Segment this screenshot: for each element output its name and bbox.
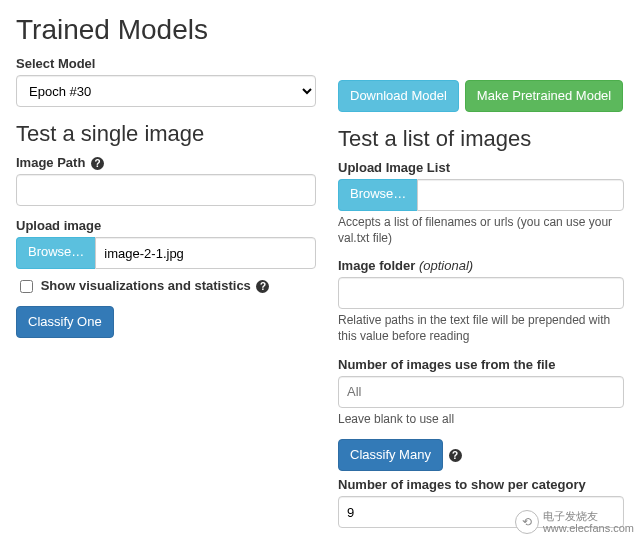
classify-one-button[interactable]: Classify One [16,306,114,338]
help-icon: ? [91,157,104,170]
make-pretrained-button[interactable]: Make Pretrained Model [465,80,623,112]
select-model-dropdown[interactable]: Epoch #30 [16,75,316,107]
upload-list-label: Upload Image List [338,160,624,175]
browse-button-list[interactable]: Browse… [338,179,417,211]
num-images-help: Leave blank to use all [338,412,624,428]
help-icon: ? [449,449,462,462]
image-folder-help: Relative paths in the text file will be … [338,313,624,344]
help-icon: ? [256,280,269,293]
page-title: Trained Models [16,14,624,46]
upload-list-field[interactable] [417,179,624,211]
show-visualizations-label: Show visualizations and statistics [41,278,251,293]
upload-list-help: Accepts a list of filenames or urls (you… [338,215,624,246]
show-visualizations-checkbox[interactable] [20,280,33,293]
image-folder-input[interactable] [338,277,624,309]
upload-filename-field[interactable] [95,237,316,269]
select-model-label: Select Model [16,56,316,71]
num-per-cat-input[interactable] [338,496,624,528]
num-images-input[interactable] [338,376,624,408]
num-per-cat-label: Number of images to show per category [338,477,624,492]
download-model-button[interactable]: Download Model [338,80,459,112]
list-heading: Test a list of images [338,126,624,152]
classify-many-button[interactable]: Classify Many [338,439,443,471]
single-heading: Test a single image [16,121,316,147]
browse-button-single[interactable]: Browse… [16,237,95,269]
image-path-input[interactable] [16,174,316,206]
upload-image-label: Upload image [16,218,316,233]
image-folder-label: Image folder (optional) [338,258,624,273]
image-path-label: Image Path ? [16,155,316,170]
num-images-label: Number of images use from the file [338,357,624,372]
